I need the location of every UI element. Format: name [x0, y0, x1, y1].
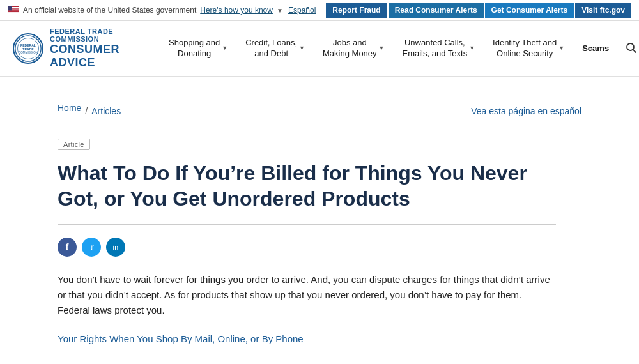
svg-rect-12	[8, 6, 12, 10]
logo-text: FEDERAL TRADE COMMISSION CONSUMER ADVICE	[50, 27, 141, 70]
main-nav: FEDERAL TRADE COMMISSION FEDERAL TRADE C…	[0, 21, 639, 77]
gov-bar-left: An official website of the United States…	[8, 6, 283, 15]
content-wrapper: Home / Articles Vea esta página en españ…	[32, 77, 607, 364]
svg-rect-10	[8, 13, 19, 13]
espanol-link[interactable]: Español	[288, 6, 316, 15]
nav-item-calls[interactable]: Unwanted Calls,Emails, and Texts ▼	[394, 22, 484, 75]
spanish-page-link[interactable]: Vea esta página en español	[471, 106, 581, 116]
logo-top-text: FEDERAL TRADE COMMISSION	[50, 27, 141, 43]
logo-bottom-text: CONSUMER ADVICE	[50, 43, 141, 70]
dropdown-arrow-icon: ▼	[277, 7, 283, 14]
article-body: You don’t have to wait forever for thing…	[58, 272, 556, 318]
calls-dropdown-arrow: ▼	[469, 45, 475, 52]
visit-ftc-button[interactable]: Visit ftc.gov	[575, 3, 631, 18]
svg-rect-6	[8, 10, 19, 11]
logo-area[interactable]: FEDERAL TRADE COMMISSION FEDERAL TRADE C…	[13, 21, 141, 76]
linkedin-share-button[interactable]: in	[106, 238, 125, 257]
facebook-share-button[interactable]: f	[58, 238, 77, 257]
get-alerts-button[interactable]: Get Consumer Alerts	[485, 3, 574, 18]
breadcrumb-home-link[interactable]: Home	[58, 103, 81, 113]
article-internal-link[interactable]: Your Rights When You Shop By Mail, Onlin…	[58, 333, 581, 344]
jobs-dropdown-arrow: ▼	[379, 45, 385, 52]
nav-item-shopping[interactable]: Shopping andDonating ▼	[160, 22, 236, 75]
nav-item-scams[interactable]: Scams	[573, 28, 618, 70]
article-badge: Article	[58, 139, 90, 150]
breadcrumb-separator: /	[85, 106, 88, 116]
nav-item-jobs[interactable]: Jobs andMaking Money ▼	[314, 22, 393, 75]
shopping-dropdown-arrow: ▼	[222, 45, 227, 52]
credit-dropdown-arrow: ▼	[299, 45, 305, 52]
gov-bar: An official website of the United States…	[0, 0, 639, 21]
svg-rect-8	[8, 11, 19, 12]
nav-item-identity[interactable]: Identity Theft andOnline Security ▼	[484, 22, 573, 75]
svg-rect-7	[8, 11, 19, 11]
top-buttons: Report Fraud Read Consumer Alerts Get Co…	[326, 3, 631, 18]
search-button[interactable]	[620, 37, 639, 61]
nav-items: Shopping andDonating ▼ Credit, Loans,and…	[160, 22, 639, 75]
divider	[58, 224, 556, 225]
social-icons: f 𝕣 in	[58, 238, 581, 257]
svg-rect-9	[8, 12, 19, 13]
twitter-share-button[interactable]: 𝕣	[82, 238, 101, 257]
breadcrumb-current: Articles	[91, 106, 121, 116]
svg-text:TRADE: TRADE	[22, 47, 34, 51]
breadcrumb: Home / Articles Vea esta página en españ…	[58, 96, 581, 126]
svg-line-19	[633, 49, 636, 52]
identity-dropdown-arrow: ▼	[558, 45, 564, 52]
nav-item-credit[interactable]: Credit, Loans,and Debt ▼	[236, 22, 314, 75]
article-title: What To Do If You’re Billed for Things Y…	[58, 160, 556, 211]
how-to-know-link[interactable]: Here's how you know	[200, 6, 273, 15]
ftc-seal: FEDERAL TRADE COMMISSION	[13, 33, 43, 64]
read-alerts-button[interactable]: Read Consumer Alerts	[389, 3, 484, 18]
svg-rect-11	[8, 13, 19, 14]
svg-text:COMMISSION: COMMISSION	[19, 51, 38, 54]
official-text: An official website of the United States…	[23, 6, 196, 15]
report-fraud-button[interactable]: Report Fraud	[326, 3, 387, 18]
us-flag-icon	[8, 6, 19, 14]
